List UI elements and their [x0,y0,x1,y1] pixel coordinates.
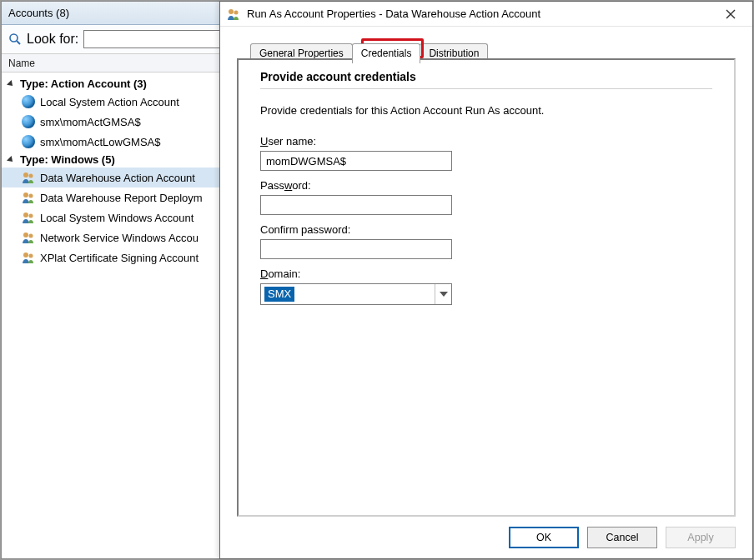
password-field[interactable] [260,195,452,215]
dialog-title: Run As Account Properties - Data Warehou… [247,8,540,20]
chevron-down-icon [440,292,448,297]
domain-label: Domain: [260,268,712,280]
list-item[interactable]: smx\momActGMSA$ [2,112,238,132]
svg-point-6 [23,212,28,218]
svg-point-3 [29,174,33,178]
globe-icon [22,115,35,128]
svg-point-9 [29,234,33,238]
lookfor-row: Look for: [2,25,238,54]
svg-line-1 [17,41,20,44]
globe-icon [22,135,35,148]
user-pair-icon [22,171,35,184]
expand-icon [7,156,15,164]
dialog-titlebar: Run As Account Properties - Data Warehou… [220,2,752,27]
group-windows[interactable]: Type: Windows (5) [2,152,238,168]
item-label: Local System Windows Account [40,212,194,224]
password-label: Password: [260,179,712,192]
svg-point-11 [29,254,33,258]
divider [260,88,712,89]
svg-point-2 [23,172,28,178]
svg-point-7 [29,214,33,218]
username-field[interactable] [260,151,452,171]
username-label: User name: [260,135,712,148]
group-label: Type: Action Account (3) [20,78,147,90]
list-item-selected[interactable]: Data Warehouse Action Account [2,168,238,188]
user-pair-icon [22,191,35,204]
app-root: Accounts (8) Look for: Name Type: Action… [0,0,754,560]
lookfor-label: Look for: [27,32,78,47]
list-item[interactable]: XPlat Certificate Signing Account [2,248,238,268]
close-button[interactable] [716,4,746,24]
accounts-pane: Accounts (8) Look for: Name Type: Action… [1,1,239,559]
user-pair-icon [22,231,35,244]
cancel-button[interactable]: Cancel [587,527,657,548]
user-pair-icon [22,251,35,264]
runas-properties-dialog: Run As Account Properties - Data Warehou… [219,1,753,559]
column-header-name[interactable]: Name [2,54,238,72]
svg-point-12 [229,9,234,14]
confirm-password-field[interactable] [260,239,452,259]
tab-credentials[interactable]: Credentials [352,43,421,63]
ok-button[interactable]: OK [509,527,579,548]
item-label: Data Warehouse Action Account [40,172,195,184]
svg-point-13 [234,10,239,14]
user-pair-icon [227,8,240,21]
list-item[interactable]: Local System Action Account [2,92,238,112]
domain-selected-value: SMX [264,287,294,302]
svg-point-10 [23,252,28,258]
domain-combobox[interactable]: SMX [260,283,452,305]
credentials-panel: Provide account credentials Provide cred… [237,58,736,517]
dialog-buttons: OK Cancel Apply [509,527,736,548]
apply-button: Apply [666,527,736,548]
group-action-account[interactable]: Type: Action Account (3) [2,76,238,92]
list-item[interactable]: Local System Windows Account [2,208,238,228]
item-label: XPlat Certificate Signing Account [40,252,199,264]
item-label: Data Warehouse Report Deploym [40,192,203,204]
combobox-dropdown-button[interactable] [435,284,451,304]
item-label: smx\momActGMSA$ [40,116,141,128]
list-item[interactable]: Data Warehouse Report Deploym [2,188,238,208]
accounts-pane-header: Accounts (8) [2,2,238,25]
expand-icon [7,80,15,88]
globe-icon [22,95,35,108]
group-label: Type: Windows (5) [20,153,115,166]
svg-point-8 [23,232,28,238]
item-label: Local System Action Account [40,96,179,108]
search-icon [8,32,22,46]
confirm-password-label: Confirm password: [260,223,712,236]
user-pair-icon [22,211,35,224]
item-label: smx\momActLowGMSA$ [40,136,160,148]
section-title: Provide account credentials [260,68,712,88]
accounts-tree: Type: Action Account (3) Local System Ac… [2,72,238,271]
svg-point-0 [10,34,18,42]
instruction-text: Provide credentials for this Action Acco… [260,104,712,117]
list-item[interactable]: smx\momActLowGMSA$ [2,132,238,152]
svg-point-4 [23,192,28,198]
close-icon [726,9,736,19]
list-item[interactable]: Network Service Windows Accou [2,228,238,248]
search-input[interactable] [83,30,231,48]
item-label: Network Service Windows Accou [40,232,199,244]
svg-point-5 [29,194,33,198]
